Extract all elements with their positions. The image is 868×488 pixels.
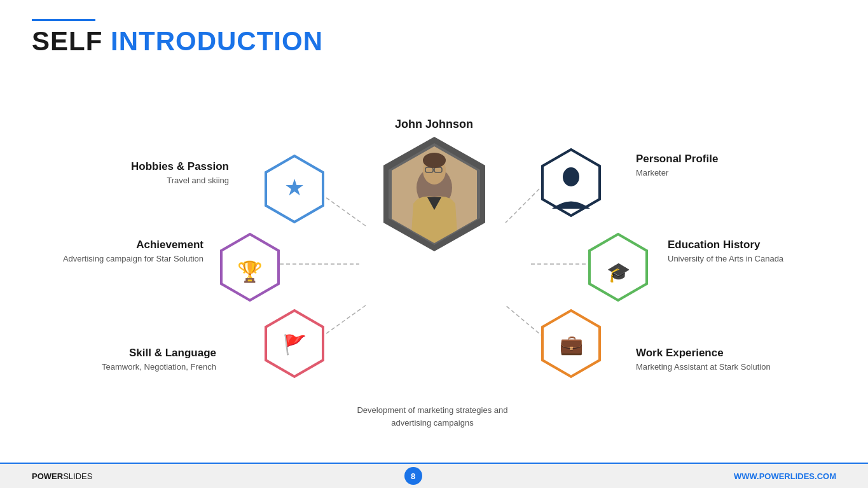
- svg-text:🚩: 🚩: [283, 333, 307, 356]
- achievement-title: Achievement: [51, 239, 203, 251]
- footer-bar: POWERSLIDES 8 WWW.POWERLIDES.COM: [0, 463, 868, 488]
- svg-point-10: [417, 167, 452, 208]
- svg-rect-12: [425, 167, 433, 172]
- svg-point-11: [423, 157, 446, 185]
- page-number: 8: [404, 467, 422, 485]
- page-title: SELF INTRODUCTION: [32, 26, 323, 57]
- title-blue: INTRODUCTION: [102, 26, 323, 56]
- brand-website: WWW.POWERLIDES.COM: [734, 471, 836, 481]
- svg-rect-13: [434, 167, 442, 172]
- svg-text:🏆: 🏆: [237, 260, 263, 284]
- svg-point-19: [563, 167, 579, 186]
- svg-marker-20: [221, 234, 279, 300]
- title-black: SELF: [32, 26, 102, 56]
- svg-marker-24: [266, 310, 323, 377]
- person-name: John Johnson: [395, 118, 473, 131]
- header: SELF INTRODUCTION: [32, 19, 323, 57]
- education-subtitle: University of the Arts in Canada: [668, 254, 827, 263]
- education-info: Education History University of the Arts…: [668, 239, 827, 263]
- hobbies-info: Hobbies & Passion Travel and skiing: [102, 160, 229, 185]
- brand-left: POWERSLIDES: [32, 471, 92, 481]
- svg-text:💼: 💼: [560, 333, 584, 356]
- work-subtitle: Marketing Assistant at Stark Solution: [636, 362, 814, 372]
- svg-marker-8: [392, 146, 477, 243]
- svg-point-15: [423, 153, 446, 168]
- svg-marker-7: [389, 143, 480, 245]
- header-accent-line: [32, 19, 95, 21]
- svg-text:🎓: 🎓: [607, 261, 631, 284]
- svg-marker-22: [589, 234, 647, 300]
- svg-marker-6: [383, 137, 485, 251]
- brand-bold: POWER: [32, 471, 63, 481]
- svg-marker-26: [542, 310, 600, 377]
- svg-line-4: [321, 305, 366, 337]
- achievement-subtitle: Advertising campaign for Star Solution: [51, 254, 203, 263]
- education-title: Education History: [668, 239, 827, 251]
- skill-title: Skill & Language: [64, 347, 216, 359]
- skill-subtitle: Teamwork, Negotiation, French: [64, 362, 216, 372]
- svg-rect-9: [392, 146, 477, 243]
- personal-title: Personal Profile: [636, 153, 763, 165]
- infographic-svg: ★ 🏆 🎓 🚩 💼: [0, 0, 868, 463]
- svg-line-5: [506, 305, 544, 337]
- achievement-info: Achievement Advertising campaign for Sta…: [51, 239, 203, 263]
- hobbies-title: Hobbies & Passion: [102, 160, 229, 173]
- work-title: Work Experience: [636, 347, 814, 359]
- svg-marker-16: [266, 156, 323, 222]
- svg-line-1: [506, 185, 544, 223]
- personal-info: Personal Profile Marketer: [636, 153, 763, 178]
- svg-text:★: ★: [284, 174, 305, 200]
- skill-info: Skill & Language Teamwork, Negotiation, …: [64, 347, 216, 372]
- bottom-caption: Development of marketing strategies anda…: [337, 404, 528, 429]
- svg-line-0: [321, 194, 366, 226]
- brand-light: SLIDES: [63, 471, 92, 481]
- svg-marker-18: [542, 150, 600, 216]
- personal-subtitle: Marketer: [636, 168, 763, 178]
- hobbies-subtitle: Travel and skiing: [102, 176, 229, 185]
- work-info: Work Experience Marketing Assistant at S…: [636, 347, 814, 372]
